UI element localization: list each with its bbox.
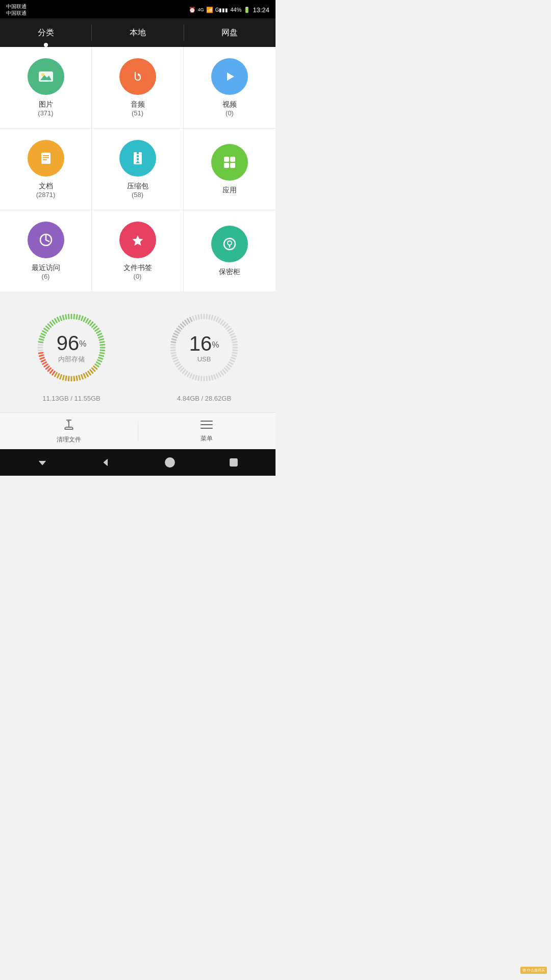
svg-line-74: [79, 376, 80, 380]
svg-line-128: [232, 339, 236, 340]
usb-size: 4.84GB / 28.62GB: [177, 395, 231, 402]
svg-line-115: [209, 315, 210, 319]
svg-line-139: [227, 366, 230, 369]
category-docs[interactable]: 文档 (2871): [0, 129, 92, 210]
svg-rect-6: [43, 157, 49, 158]
svg-line-122: [224, 324, 228, 327]
svg-line-116: [212, 315, 213, 320]
svg-line-141: [223, 370, 226, 373]
svg-line-140: [224, 368, 228, 371]
svg-line-31: [46, 326, 49, 329]
dropdown-nav-button[interactable]: [32, 452, 53, 473]
svg-line-112: [201, 314, 202, 318]
internal-donut: 96% 内部存储: [31, 307, 112, 388]
svg-line-94: [38, 350, 42, 351]
clean-files-button[interactable]: 清理文件: [0, 413, 138, 449]
recents-button[interactable]: [223, 452, 244, 473]
svg-line-118: [216, 317, 218, 321]
category-video[interactable]: 视频 (0): [184, 47, 276, 129]
svg-line-138: [228, 364, 232, 367]
svg-line-49: [90, 322, 93, 325]
svg-rect-10: [137, 155, 139, 157]
svg-line-80: [63, 376, 64, 380]
svg-line-73: [82, 375, 83, 379]
category-apps[interactable]: 应用: [184, 129, 276, 210]
recent-icon: [28, 222, 64, 258]
recent-label: 最近访问: [32, 263, 60, 273]
category-images[interactable]: 图片 (371): [0, 47, 92, 129]
svg-line-53: [96, 331, 100, 333]
svg-line-163: [173, 358, 177, 359]
alarm-icon: ⏰: [189, 7, 196, 13]
svg-line-86: [48, 368, 51, 371]
svg-rect-5: [43, 155, 49, 156]
nav-bar: 值·什么值得买: [0, 449, 276, 476]
svg-line-120: [221, 321, 223, 324]
svg-line-72: [84, 374, 85, 378]
svg-marker-20: [132, 235, 143, 246]
category-recent[interactable]: 最近访问 (6): [0, 210, 92, 291]
vault-icon: [211, 226, 248, 262]
svg-line-165: [171, 353, 176, 353]
svg-line-75: [77, 376, 77, 380]
svg-line-40: [68, 314, 69, 318]
svg-line-168: [171, 345, 175, 345]
battery-icon: 🔋: [243, 7, 251, 13]
svg-rect-9: [137, 152, 139, 154]
menu-button[interactable]: 菜单: [138, 413, 276, 449]
tab-cloud[interactable]: 网盘: [184, 18, 276, 47]
internal-percent-display: 96% 内部存储: [57, 332, 87, 364]
svg-line-87: [46, 366, 49, 369]
svg-line-58: [101, 345, 105, 345]
tab-local[interactable]: 本地: [92, 18, 183, 47]
svg-line-33: [50, 322, 53, 325]
images-label: 图片: [39, 100, 53, 109]
svg-line-150: [201, 377, 202, 381]
svg-line-157: [183, 370, 185, 373]
bookmarks-count: (0): [134, 273, 142, 280]
svg-line-96: [38, 345, 42, 345]
svg-line-114: [207, 314, 207, 318]
svg-rect-16: [230, 163, 235, 168]
svg-line-43: [77, 315, 77, 319]
svg-line-66: [95, 364, 99, 367]
back-button[interactable]: [96, 452, 116, 473]
svg-line-164: [172, 355, 176, 356]
svg-line-39: [66, 315, 66, 319]
svg-line-103: [179, 326, 182, 329]
menu-icon: [200, 419, 213, 432]
home-button[interactable]: [160, 452, 180, 473]
svg-line-159: [179, 366, 182, 369]
docs-count: (2871): [36, 191, 56, 199]
svg-line-35: [55, 319, 57, 323]
category-audio[interactable]: 音频 (51): [92, 47, 184, 129]
tab-category[interactable]: 分类: [0, 18, 91, 47]
svg-line-88: [44, 364, 48, 367]
vault-label: 保密柜: [219, 267, 240, 277]
svg-line-52: [95, 329, 99, 331]
svg-line-123: [227, 326, 230, 329]
svg-rect-13: [224, 157, 229, 162]
svg-line-93: [39, 353, 43, 353]
svg-line-173: [65, 427, 65, 429]
svg-rect-11: [137, 158, 139, 160]
category-zip[interactable]: 压缩包 (58): [92, 129, 184, 210]
svg-line-104: [181, 324, 184, 327]
svg-rect-14: [230, 157, 235, 162]
svg-line-60: [101, 350, 105, 351]
svg-line-97: [171, 342, 176, 342]
svg-line-38: [63, 315, 64, 320]
svg-line-25: [39, 342, 43, 342]
svg-line-27: [40, 336, 44, 338]
zip-label: 压缩包: [127, 182, 148, 191]
bottom-toolbar: 清理文件 菜单: [0, 412, 276, 449]
category-bookmarks[interactable]: 文件书签 (0): [92, 210, 184, 291]
tab-bar: 分类 本地 网盘: [0, 18, 276, 47]
svg-point-2: [41, 73, 44, 76]
category-vault[interactable]: 保密柜: [184, 210, 276, 291]
clock: 13:24: [253, 6, 269, 14]
svg-line-55: [99, 336, 103, 338]
svg-line-67: [94, 366, 97, 369]
carrier-info: 中国联通 中国联通: [6, 3, 27, 16]
svg-line-69: [90, 370, 93, 373]
